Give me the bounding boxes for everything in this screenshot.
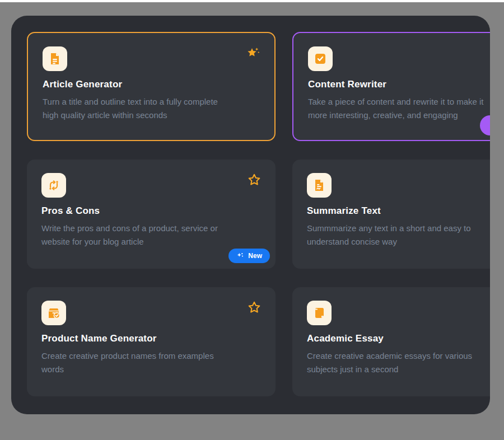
sparkle-icon (236, 252, 244, 260)
card-title: Summarize Text (307, 205, 490, 217)
tool-card-summarize-text[interactable]: Summarize Text Summmarize any text in a … (292, 160, 490, 269)
tool-card-pros-and-cons[interactable]: Pros & Cons Write the pros and cons of a… (27, 160, 276, 269)
card-description: Create creative academic essays for vari… (307, 349, 490, 376)
tools-panel: Article Generator Turn a title and outli… (11, 16, 490, 414)
tool-card-product-name-generator[interactable]: Product Name Generator Create creative p… (27, 287, 276, 396)
page-background: Article Generator Turn a title and outli… (0, 2, 504, 440)
favorite-star-filled-icon[interactable] (245, 45, 261, 61)
tool-card-content-rewriter[interactable]: Content Rewriter Take a piece of content… (292, 32, 490, 141)
card-title: Content Rewriter (308, 79, 490, 90)
tool-card-article-generator[interactable]: Article Generator Turn a title and outli… (27, 32, 276, 141)
new-badge: New (228, 249, 270, 263)
card-description: Write the pros and cons of a product, se… (41, 222, 261, 249)
product-box-icon (41, 301, 66, 325)
favorite-star-outline-icon[interactable] (246, 172, 262, 188)
card-title: Product Name Generator (41, 333, 261, 344)
card-title: Academic Essay (307, 333, 490, 344)
swap-arrows-icon (41, 173, 66, 198)
summary-document-icon (307, 173, 332, 198)
new-badge-label: New (248, 252, 262, 259)
card-title: Article Generator (43, 79, 260, 90)
tool-card-academic-essay[interactable]: Academic Essay Create creative academic … (292, 287, 490, 396)
card-description: Take a piece of content and rewrite it t… (308, 95, 490, 122)
tool-card-grid: Article Generator Turn a title and outli… (11, 16, 490, 413)
scroll-icon (307, 301, 332, 325)
favorite-star-outline-icon[interactable] (246, 299, 262, 315)
article-document-icon (43, 46, 67, 71)
card-description: Turn a title and outline text into a ful… (43, 95, 260, 122)
card-title: Pros & Cons (41, 205, 261, 217)
card-description: Summmarize any text in a short and easy … (307, 222, 490, 249)
card-description: Create creative product names from examp… (41, 349, 261, 376)
check-square-icon (308, 46, 333, 71)
